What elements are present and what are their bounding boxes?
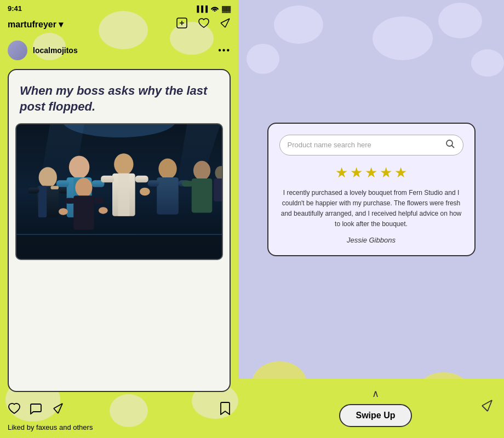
svg-line-51 — [482, 406, 488, 411]
svg-point-38 — [59, 208, 68, 215]
svg-rect-29 — [148, 180, 159, 186]
svg-point-47 — [446, 140, 453, 146]
svg-point-39 — [99, 207, 108, 214]
send-icon[interactable] — [480, 399, 493, 416]
wifi-icon — [210, 5, 219, 13]
battery-icon: ▓▓ — [222, 5, 231, 12]
send-nav-icon[interactable] — [220, 18, 231, 31]
svg-rect-41 — [214, 178, 222, 201]
svg-point-26 — [140, 188, 150, 196]
more-options-icon[interactable]: ••• — [218, 45, 231, 55]
star-4: ★ — [380, 164, 392, 181]
reviewer-name: Jessie Gibbons — [279, 236, 463, 244]
svg-rect-25 — [135, 176, 148, 183]
svg-line-48 — [451, 145, 454, 148]
post-user[interactable]: localmojitos — [8, 41, 78, 60]
nav-icons — [176, 17, 231, 32]
svg-rect-13 — [28, 188, 39, 193]
search-placeholder: Product name search here — [288, 141, 445, 149]
swipe-up-button[interactable]: Swipe Up — [339, 404, 411, 427]
time: 9:41 — [8, 4, 22, 13]
review-card: Product name search here ★ ★ ★ ★ ★ I rec… — [267, 123, 476, 257]
post-username: localmojitos — [33, 46, 78, 55]
heart-icon[interactable] — [198, 18, 210, 31]
like-icon[interactable] — [8, 402, 21, 418]
svg-rect-32 — [192, 178, 213, 213]
star-1: ★ — [335, 164, 348, 181]
nav-username[interactable]: martufreyer ▾ — [8, 19, 63, 30]
action-bar — [0, 396, 238, 421]
avatar — [8, 41, 27, 60]
add-post-icon[interactable] — [176, 17, 188, 32]
signal-icon: ▐▐▐ — [195, 5, 208, 12]
svg-point-27 — [158, 159, 176, 180]
status-icons: ▐▐▐ ▓▓ — [195, 5, 231, 13]
star-5: ★ — [394, 164, 407, 181]
svg-rect-37 — [94, 198, 105, 204]
post-header: localmojitos ••• — [0, 36, 238, 65]
top-nav: martufreyer ▾ — [0, 15, 238, 36]
svg-rect-12 — [38, 186, 47, 217]
svg-rect-20 — [51, 186, 59, 189]
swipe-center: ∧ Swipe Up — [339, 388, 411, 427]
svg-rect-42 — [16, 234, 222, 260]
status-bar: 9:41 ▐▐▐ ▓▓ — [0, 0, 238, 15]
svg-point-31 — [193, 161, 210, 180]
svg-point-34 — [75, 178, 92, 197]
comment-icon[interactable] — [30, 402, 43, 418]
chevron-down-icon: ▾ — [59, 19, 63, 30]
chevron-up-icon: ∧ — [372, 388, 379, 400]
svg-rect-23 — [118, 174, 129, 216]
svg-line-46 — [54, 408, 58, 413]
search-icon[interactable] — [445, 139, 455, 151]
post-card: When my boss asks why the last post flop… — [8, 69, 231, 392]
svg-rect-36 — [65, 198, 76, 204]
review-area: Product name search here ★ ★ ★ ★ ★ I rec… — [238, 0, 504, 379]
liked-by: Liked by faxeus and others — [0, 421, 238, 438]
svg-rect-35 — [73, 195, 94, 230]
username-text: martufreyer — [8, 20, 56, 30]
right-panel: Product name search here ★ ★ ★ ★ ★ I rec… — [238, 0, 504, 438]
left-panel: 9:41 ▐▐▐ ▓▓ martufreyer ▾ — [0, 0, 238, 438]
share-icon[interactable] — [51, 402, 64, 418]
svg-rect-24 — [101, 176, 114, 183]
svg-point-21 — [114, 153, 133, 175]
bookmark-icon[interactable] — [220, 402, 231, 418]
svg-point-10 — [39, 167, 57, 188]
star-3: ★ — [365, 164, 377, 181]
svg-point-15 — [69, 156, 89, 179]
svg-rect-28 — [157, 177, 179, 215]
svg-rect-18 — [56, 180, 69, 187]
review-text: I recently purchased a lovely bouquet fr… — [279, 188, 463, 230]
stars-row: ★ ★ ★ ★ ★ — [279, 164, 463, 181]
action-left — [8, 402, 64, 418]
search-bar[interactable]: Product name search here — [279, 135, 463, 155]
svg-rect-33 — [182, 181, 193, 186]
svg-line-5 — [221, 23, 225, 27]
swipe-area: ∧ Swipe Up — [238, 379, 504, 438]
post-image — [15, 123, 223, 260]
star-2: ★ — [350, 164, 363, 181]
post-text: When my boss asks why the last post flop… — [9, 70, 230, 123]
